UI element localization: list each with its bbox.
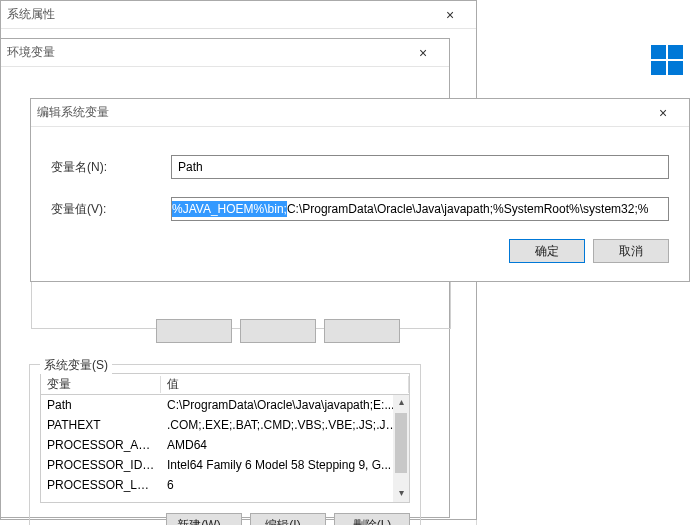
table-row[interactable]: PATHEXT .COM;.EXE;.BAT;.CMD;.VBS;.VBE;.J… [41,415,409,435]
value-row: 变量值(V): %JAVA_HOEM%\bin;C:\ProgramData\O… [51,197,669,221]
scroll-down-icon[interactable]: ▾ [393,486,409,502]
col-var[interactable]: 变量 [41,376,161,393]
var-name: PROCESSOR_IDE... [41,458,161,472]
user-vars-button-row [156,319,400,343]
table-row[interactable]: Path C:\ProgramData\Oracle\Java\javapath… [41,395,409,415]
var-name: PROCESSOR_AR... [41,438,161,452]
table-row[interactable]: PROCESSOR_LEV... 6 [41,475,409,495]
close-icon[interactable]: × [643,105,683,121]
var-name: Path [41,398,161,412]
label-name: 变量名(N): [51,159,171,176]
system-vars-legend: 系统变量(S) [40,357,112,374]
env-titlebar[interactable]: 环境变量 × [1,39,449,67]
scrollbar[interactable]: ▴ ▾ [393,395,409,502]
user-edit-button[interactable] [240,319,316,343]
value-selected-text: %JAVA_HOEM%\bin; [172,201,287,217]
sysvars-button-row: 新建(W)... 编辑(I)... 删除(L) [40,513,410,525]
name-input[interactable] [171,155,669,179]
user-delete-button[interactable] [324,319,400,343]
new-button[interactable]: 新建(W)... [166,513,242,525]
edit-button-row: 确定 取消 [51,239,669,263]
table-row[interactable]: PROCESSOR_IDE... Intel64 Family 6 Model … [41,455,409,475]
value-input[interactable]: %JAVA_HOEM%\bin;C:\ProgramData\Oracle\Ja… [171,197,669,221]
scroll-up-icon[interactable]: ▴ [393,395,409,411]
edit-title: 编辑系统变量 [37,104,643,121]
var-value: AMD64 [161,438,409,452]
user-new-button[interactable] [156,319,232,343]
var-value: C:\ProgramData\Oracle\Java\javapath;E:..… [161,398,409,412]
sysprops-title: 系统属性 [7,6,430,23]
edit-variable-dialog: 编辑系统变量 × 变量名(N): 变量值(V): %JAVA_HOEM%\bin… [30,98,690,282]
table-row[interactable]: PROCESSOR_AR... AMD64 [41,435,409,455]
name-row: 变量名(N): [51,155,669,179]
close-icon[interactable]: × [403,45,443,61]
windows-logo-icon [651,45,683,75]
delete-button[interactable]: 删除(L) [334,513,410,525]
var-name: PROCESSOR_LEV... [41,478,161,492]
label-value: 变量值(V): [51,201,171,218]
var-name: PATHEXT [41,418,161,432]
edit-titlebar[interactable]: 编辑系统变量 × [31,99,689,127]
close-icon[interactable]: × [430,7,470,23]
env-title: 环境变量 [7,44,403,61]
ok-button[interactable]: 确定 [509,239,585,263]
value-rest-text: C:\ProgramData\Oracle\Java\javapath;%Sys… [287,202,648,216]
cancel-button[interactable]: 取消 [593,239,669,263]
var-value: .COM;.EXE;.BAT;.CMD;.VBS;.VBE;.JS;.JSE;.… [161,418,409,432]
col-val[interactable]: 值 [161,376,409,393]
var-value: Intel64 Family 6 Model 58 Stepping 9, G.… [161,458,409,472]
sysvars-list[interactable]: Path C:\ProgramData\Oracle\Java\javapath… [40,395,410,503]
sysvars-table-header: 变量 值 [40,373,410,395]
var-value: 6 [161,478,409,492]
system-vars-fieldset: 系统变量(S) 变量 值 Path C:\ProgramData\Oracle\… [29,364,421,525]
edit-button[interactable]: 编辑(I)... [250,513,326,525]
scroll-thumb[interactable] [395,413,407,473]
sysprops-titlebar[interactable]: 系统属性 × [1,1,476,29]
